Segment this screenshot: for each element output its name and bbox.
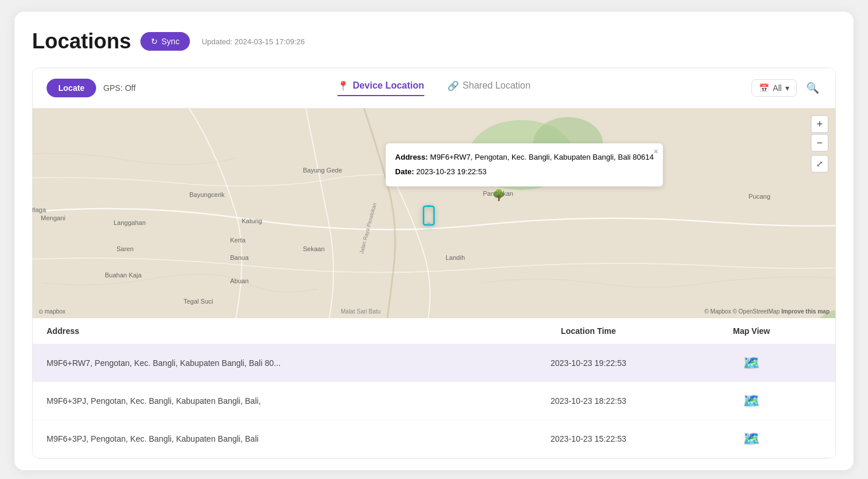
google-maps-icon[interactable]: 🗺️	[743, 393, 760, 409]
svg-text:Kerta: Kerta	[230, 237, 246, 244]
col-time-header: Location Time	[495, 326, 682, 336]
chevron-down-icon: ▾	[785, 83, 789, 93]
row-address: M9F6+3PJ, Pengotan, Kec. Bangli, Kabupat…	[47, 396, 495, 406]
svg-rect-25	[426, 205, 431, 207]
zoom-out-button[interactable]: −	[811, 134, 828, 152]
svg-rect-24	[424, 206, 434, 225]
device-marker	[422, 205, 436, 228]
header: Locations ↻ Sync Updated: 2024-03-15 17:…	[32, 29, 836, 54]
svg-text:Sekaan: Sekaan	[303, 245, 324, 252]
svg-rect-26	[427, 223, 431, 224]
updated-text: Updated: 2024-03-15 17:09:26	[202, 37, 305, 46]
top-bar: Locate GPS: Off 📍 Device Location 🔗 Shar…	[33, 68, 835, 108]
map-popup: × Address: M9F6+RW7, Pengotan, Kec. Bang…	[386, 143, 663, 186]
shared-location-icon: 🔗	[447, 80, 459, 91]
device-location-icon: 📍	[337, 80, 349, 91]
row-address: M9F6+RW7, Pengotan, Kec. Bangli, Kabupat…	[47, 358, 495, 368]
locate-button[interactable]: Locate	[47, 79, 96, 97]
row-time: 2023-10-23 15:22:53	[495, 434, 682, 443]
table-header: Address Location Time Map View	[33, 318, 835, 344]
popup-address-value: M9F6+RW7, Pengotan, Kec. Bangli, Kabupat…	[430, 153, 654, 161]
row-mapview: 🗺️	[682, 393, 821, 409]
svg-text:Saren: Saren	[117, 245, 133, 252]
improve-map-link[interactable]: Improve this map	[781, 308, 830, 315]
tab-device-location[interactable]: 📍 Device Location	[337, 80, 424, 96]
table-row: M9F6+RW7, Pengotan, Kec. Bangli, Kabupat…	[33, 344, 835, 382]
popup-date-value: 2023-10-23 19:22:53	[416, 167, 486, 176]
svg-text:Panelokan: Panelokan	[483, 190, 513, 197]
tabs: 📍 Device Location 🔗 Shared Location	[337, 80, 530, 96]
popup-address-label: Address:	[395, 153, 428, 161]
svg-text:Langgahan: Langgahan	[114, 219, 146, 226]
filter-dropdown[interactable]: 📅 All ▾	[751, 79, 797, 97]
row-mapview: 🗺️	[682, 431, 821, 447]
svg-text:Buahan Kaja: Buahan Kaja	[105, 272, 142, 279]
fullscreen-button[interactable]: ⤢	[811, 155, 828, 172]
svg-text:Tegal Suci: Tegal Suci	[184, 298, 213, 305]
app-container: Locations ↻ Sync Updated: 2024-03-15 17:…	[15, 12, 853, 470]
row-address: M9F6+3PJ, Pengotan, Kec. Bangli, Kabupat…	[47, 434, 495, 443]
svg-text:tlaga: tlaga	[33, 206, 47, 213]
mapbox-logo: ⊙ mapbox	[38, 308, 65, 315]
sync-button[interactable]: ↻ Sync	[140, 32, 190, 51]
svg-text:Banua: Banua	[230, 254, 249, 261]
popup-address-row: Address: M9F6+RW7, Pengotan, Kec. Bangli…	[395, 152, 654, 164]
map-attribution: © Mapbox © OpenStreetMap Improve this ma…	[704, 308, 830, 315]
popup-close-button[interactable]: ×	[654, 147, 658, 156]
svg-text:Abuan: Abuan	[230, 277, 249, 284]
svg-text:Malat Sari Batu: Malat Sari Batu	[341, 308, 380, 315]
row-mapview: 🗺️	[682, 355, 821, 371]
svg-text:Bayung Gede: Bayung Gede	[303, 167, 342, 174]
popup-date-row: Date: 2023-10-23 19:22:53	[395, 166, 654, 178]
row-time: 2023-10-23 18:22:53	[495, 396, 682, 406]
svg-text:Pucang: Pucang	[749, 193, 770, 200]
zoom-in-button[interactable]: +	[811, 115, 828, 133]
search-button[interactable]: 🔍	[804, 79, 821, 97]
svg-text:Katung: Katung	[242, 217, 262, 224]
google-maps-icon[interactable]: 🗺️	[743, 431, 760, 447]
row-time: 2023-10-23 19:22:53	[495, 358, 682, 368]
gps-status: GPS: Off	[103, 83, 136, 93]
search-icon: 🔍	[806, 82, 819, 94]
popup-date-label: Date:	[395, 167, 414, 176]
calendar-icon: 📅	[759, 83, 769, 93]
google-maps-icon[interactable]: 🗺️	[743, 355, 760, 371]
map-controls: + − ⤢	[811, 115, 828, 172]
svg-text:Landih: Landih	[446, 254, 465, 261]
right-controls: 📅 All ▾ 🔍	[751, 79, 821, 97]
tab-shared-location[interactable]: 🔗 Shared Location	[447, 80, 531, 96]
map-container: 🌳 tlaga Mengani Buahan Kaja Saren Langga…	[33, 108, 835, 318]
col-address-header: Address	[47, 326, 495, 336]
fullscreen-icon: ⤢	[816, 159, 823, 168]
main-card: Locate GPS: Off 📍 Device Location 🔗 Shar…	[32, 68, 836, 459]
sync-icon: ↻	[151, 37, 158, 46]
table-row: M9F6+3PJ, Pengotan, Kec. Bangli, Kabupat…	[33, 382, 835, 420]
table-container: Address Location Time Map View M9F6+RW7,…	[33, 318, 835, 458]
col-mapview-header: Map View	[682, 326, 821, 336]
page-title: Locations	[32, 29, 131, 54]
svg-text:Mengani: Mengani	[41, 214, 65, 221]
table-row: M9F6+3PJ, Pengotan, Kec. Bangli, Kabupat…	[33, 420, 835, 458]
svg-text:Bayungcerik: Bayungcerik	[189, 191, 225, 198]
